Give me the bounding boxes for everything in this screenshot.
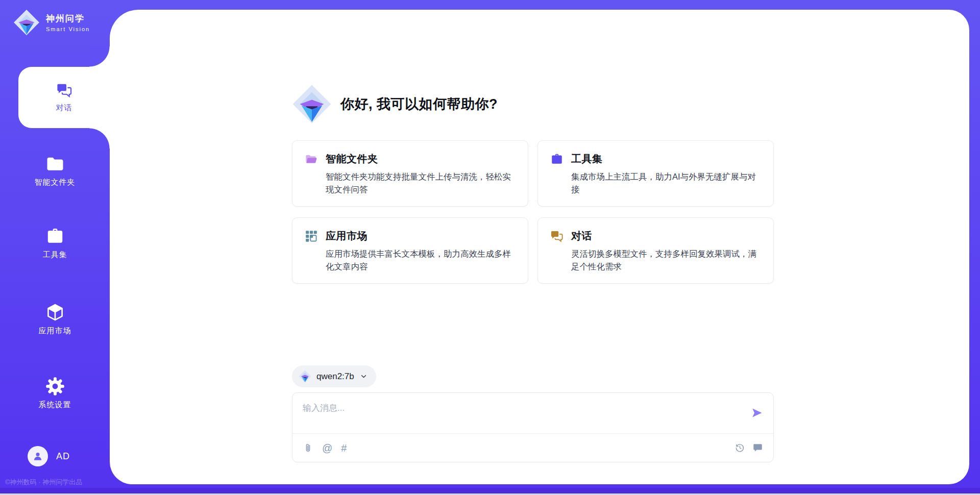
briefcase-icon	[45, 227, 65, 246]
topic-button[interactable]: #	[341, 443, 347, 453]
card-description: 应用市场提供丰富长文本模板，助力高效生成多样化文章内容	[326, 247, 516, 273]
sidebar-item-label: 工具集	[43, 250, 67, 260]
avatar	[28, 446, 48, 466]
feature-card-app-market[interactable]: 应用市场 应用市场提供丰富长文本模板，助力高效生成多样化文章内容	[292, 217, 528, 284]
card-description: 灵活切换多模型文件，支持多样回复效果调试，满足个性化需求	[571, 247, 761, 273]
card-description: 智能文件夹功能支持批量文件上传与清洗，轻松实现文件问答	[326, 170, 516, 196]
composer: qwen2:7b @ #	[292, 365, 774, 462]
main-content: 你好, 我可以如何帮助你? 智能文件夹 智能文件夹功能支持批量文件上传与清洗，轻…	[110, 10, 969, 484]
feature-card-smart-folder[interactable]: 智能文件夹 智能文件夹功能支持批量文件上传与清洗，轻松实现文件问答	[292, 140, 528, 207]
sidebar-item-chat[interactable]: 对话	[18, 67, 110, 128]
brand-name: 神州问学	[46, 13, 90, 24]
sidebar-item-app-market[interactable]: 应用市场	[0, 303, 110, 336]
cube-icon	[45, 303, 65, 322]
message-input-box: @ #	[292, 392, 774, 462]
message-input[interactable]	[292, 393, 773, 432]
sidebar-item-label: 系统设置	[39, 400, 71, 410]
card-description: 集成市场上主流工具，助力AI与外界无缝扩展与对接	[571, 170, 761, 196]
sidebar-item-toolset[interactable]: 工具集	[0, 227, 110, 260]
grid-icon	[305, 230, 318, 243]
send-button[interactable]	[751, 406, 764, 419]
window-bottom-strip	[0, 488, 980, 493]
greeting-title: 你好, 我可以如何帮助你?	[340, 95, 498, 113]
history-button[interactable]	[734, 442, 745, 453]
chevron-down-icon	[359, 372, 368, 381]
brand-logo: 神州问学 Smart Vision	[13, 9, 90, 36]
chat-icon	[56, 82, 72, 98]
card-title: 工具集	[571, 152, 603, 166]
briefcase-icon	[550, 153, 564, 166]
mention-button[interactable]: @	[322, 443, 332, 453]
user-name: AD	[56, 451, 70, 462]
sidebar-item-label: 应用市场	[39, 326, 71, 336]
feature-cards: 智能文件夹 智能文件夹功能支持批量文件上传与清洗，轻松实现文件问答 工具集 集成…	[292, 140, 774, 284]
chat-icon	[550, 230, 564, 243]
model-diamond-icon	[299, 370, 311, 383]
attachment-button[interactable]	[303, 442, 313, 453]
sidebar: 神州问学 Smart Vision 对话 智能文件夹 工具集 应用市场	[0, 0, 110, 495]
composer-toolbar: @ #	[292, 434, 773, 462]
folder-icon	[45, 154, 65, 174]
send-icon	[751, 407, 763, 419]
brand-subtitle: Smart Vision	[46, 26, 90, 32]
brand-diamond-icon	[13, 9, 40, 36]
model-name: qwen2:7b	[316, 372, 354, 382]
user-profile[interactable]: AD	[28, 446, 70, 466]
card-title: 对话	[571, 229, 592, 243]
sidebar-item-smart-folder[interactable]: 智能文件夹	[0, 154, 110, 187]
sidebar-item-label: 对话	[56, 103, 72, 113]
sidebar-item-label: 智能文件夹	[35, 178, 76, 187]
sidebar-item-settings[interactable]: 系统设置	[0, 377, 110, 410]
greeting: 你好, 我可以如何帮助你?	[292, 84, 498, 124]
folder-open-icon	[305, 153, 318, 166]
card-title: 智能文件夹	[326, 152, 378, 166]
gear-icon	[45, 377, 65, 396]
feature-card-chat[interactable]: 对话 灵活切换多模型文件，支持多样回复效果调试，满足个性化需求	[537, 217, 774, 284]
sidebar-footer: ©神州数码 · 神州问学出品	[5, 478, 82, 487]
person-icon	[32, 450, 44, 462]
card-title: 应用市场	[326, 229, 368, 243]
model-selector[interactable]: qwen2:7b	[292, 365, 376, 387]
conversation-button[interactable]	[752, 442, 763, 453]
feature-card-toolset[interactable]: 工具集 集成市场上主流工具，助力AI与外界无缝扩展与对接	[537, 140, 774, 207]
assistant-diamond-icon	[292, 84, 332, 124]
